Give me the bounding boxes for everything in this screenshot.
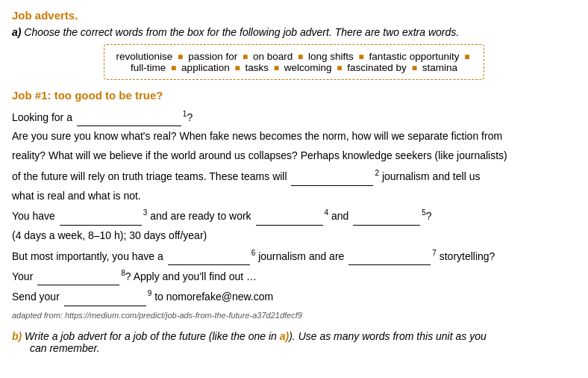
p1-text-before: Looking for a xyxy=(12,111,75,123)
section-b-instruction: Write a job advert for a job of the futu… xyxy=(25,330,280,342)
paragraph-7: Your 8? Apply and you'll find out … xyxy=(12,267,576,285)
word-11: stamina xyxy=(422,62,457,73)
p3-text-before: of the future will rely on truth triage … xyxy=(12,170,290,182)
section-b-text: Write a job advert for a job of the futu… xyxy=(25,330,487,342)
bullet-6: ■ xyxy=(171,63,176,73)
blank-4 xyxy=(256,207,323,226)
section-a-intro: a) Choose the correct words from the box… xyxy=(12,26,576,38)
paragraph-3b: what is real and what is not. xyxy=(12,188,576,205)
bullet-3: ■ xyxy=(298,52,303,62)
bullet-1: ■ xyxy=(178,52,183,62)
paragraph-8: Send your 9 to nomorefake@new.com xyxy=(12,287,576,306)
p4-text-mid2: and xyxy=(328,210,351,222)
p4-text-mid1: and are ready to work xyxy=(147,210,254,222)
blank-6 xyxy=(168,247,250,265)
word-2: passion for xyxy=(188,51,237,62)
paragraph-5: (4 days a week, 8–10 h); 30 days off/yea… xyxy=(12,227,576,245)
word-box: revolutionise ■ passion for ■ on board ■… xyxy=(104,44,485,80)
p7-text-before: Your xyxy=(12,270,36,282)
section-b-highlight: a) xyxy=(280,330,289,342)
bullet-4: ■ xyxy=(359,52,364,62)
paragraph-6: But most importantly, you have a 6 journ… xyxy=(12,247,576,265)
p3-text-after: journalism and tell us xyxy=(379,170,480,182)
word-4: long shifts xyxy=(308,51,354,62)
word-8: tasks xyxy=(245,62,269,73)
section-b-label: b) xyxy=(12,330,22,342)
word-1: revolutionise xyxy=(116,51,173,62)
p5-text: (4 days a week, 8–10 h); 30 days off/yea… xyxy=(12,229,207,241)
p7-text-after: ? Apply and you'll find out … xyxy=(125,270,257,282)
paragraph-2b: reality? What will we believe if the wor… xyxy=(12,147,576,165)
bullet-10: ■ xyxy=(412,63,417,73)
section-a-label: a) xyxy=(12,26,21,38)
p4-text-before: You have xyxy=(12,210,58,222)
paragraph-3: of the future will rely on truth triage … xyxy=(12,167,576,185)
content-block: Looking for a 1? Are you sure you know w… xyxy=(12,108,576,306)
section-b-line2: can remember. xyxy=(12,342,100,354)
section-b-instruction2: ). Use as many words from this unit as y… xyxy=(289,330,487,342)
bullet-7: ■ xyxy=(234,63,240,73)
section-a-instruction: Choose the correct words from the box fo… xyxy=(24,26,459,38)
word-5: fantastic opportunity xyxy=(369,51,460,62)
word-9: welcoming xyxy=(284,62,332,73)
p6-text-mid: journalism and are xyxy=(255,250,347,261)
blank-1 xyxy=(77,108,181,127)
p1-text-after: ? xyxy=(187,111,193,123)
section-b: b) Write a job advert for a job of the f… xyxy=(12,330,576,354)
p2b-text: reality? What will we believe if the wor… xyxy=(12,149,507,161)
blank-5 xyxy=(353,207,420,226)
paragraph-4: You have 3 and are ready to work 4 and 5… xyxy=(12,206,576,225)
blank-9 xyxy=(64,288,146,306)
blank-7 xyxy=(348,247,431,265)
bullet-8: ■ xyxy=(274,63,279,73)
page-title: Job adverts. xyxy=(12,9,576,22)
word-10: fascinated by xyxy=(347,62,407,73)
p6-text-before: But most importantly, you have a xyxy=(12,250,166,261)
p4-text-after: ? xyxy=(426,210,432,222)
blank-8 xyxy=(37,267,119,286)
word-6: full-time xyxy=(131,62,166,73)
section-b-can-remember: can remember. xyxy=(30,342,100,354)
bullet-9: ■ xyxy=(337,63,342,73)
p8-text-before: Send your xyxy=(12,291,63,303)
word-7: application xyxy=(181,62,230,73)
word-3: on board xyxy=(253,51,293,62)
blank-3 xyxy=(60,207,142,226)
job1-title: Job #1: too good to be true? xyxy=(12,89,576,102)
paragraph-1: Looking for a 1? xyxy=(12,108,576,126)
p6-text-after: storytelling? xyxy=(437,250,495,261)
p2-text: Are you sure you know what's real? When … xyxy=(12,130,502,142)
source-note: adapted from: https://medium.com/predict… xyxy=(12,311,576,320)
p3b-text: what is real and what is not. xyxy=(12,190,141,202)
p8-text-after: to nomorefake@new.com xyxy=(151,291,273,303)
paragraph-2: Are you sure you know what's real? When … xyxy=(12,128,576,146)
blank-2 xyxy=(291,167,373,186)
bullet-5: ■ xyxy=(464,52,469,62)
bullet-2: ■ xyxy=(243,52,248,62)
